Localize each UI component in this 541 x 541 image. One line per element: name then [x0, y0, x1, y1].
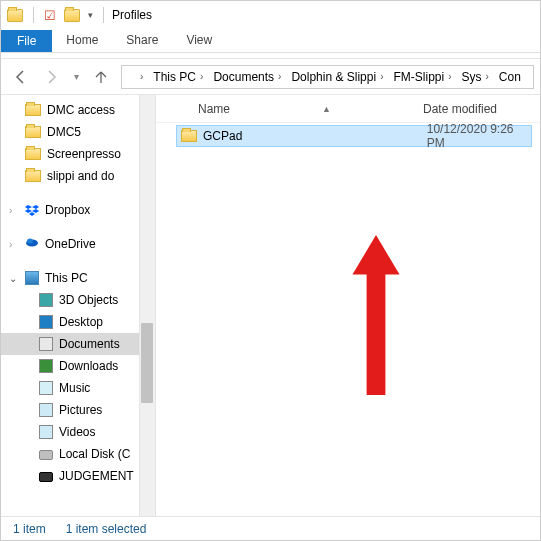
- sidebar-item-documents[interactable]: Documents: [1, 333, 155, 355]
- downloads-icon: [39, 359, 53, 373]
- expand-icon[interactable]: ›: [9, 239, 12, 250]
- up-button[interactable]: [87, 64, 115, 90]
- disk-icon: [39, 472, 53, 482]
- navigation-row: ▾ › This PC› Documents› Dolphin & Slippi…: [1, 59, 540, 95]
- sidebar-item[interactable]: Desktop: [1, 311, 155, 333]
- sidebar-label: Desktop: [59, 315, 103, 329]
- cloud-icon: [25, 237, 39, 251]
- back-button[interactable]: [7, 64, 35, 90]
- svg-marker-4: [29, 212, 35, 216]
- breadcrumb-item[interactable]: This PC›: [147, 66, 207, 88]
- sidebar-item[interactable]: slippi and do: [1, 165, 155, 187]
- ribbon-tabs: File Home Share View: [1, 29, 540, 53]
- videos-icon: [39, 425, 53, 439]
- sidebar-item[interactable]: DMC access: [1, 99, 155, 121]
- chevron-right-icon[interactable]: ›: [130, 66, 147, 88]
- sidebar-item[interactable]: Videos: [1, 421, 155, 443]
- sidebar-label: Downloads: [59, 359, 118, 373]
- sidebar-label: Local Disk (C: [59, 447, 130, 461]
- sidebar-label: Videos: [59, 425, 95, 439]
- sidebar-label: DMC5: [47, 125, 81, 139]
- folder-icon: [25, 126, 41, 138]
- sidebar-label: Music: [59, 381, 90, 395]
- sidebar-item[interactable]: Music: [1, 377, 155, 399]
- sidebar-item[interactable]: Downloads: [1, 355, 155, 377]
- scrollbar-thumb[interactable]: [141, 323, 153, 403]
- svg-marker-7: [352, 235, 399, 395]
- separator: [33, 7, 34, 23]
- dropbox-icon: [25, 203, 39, 217]
- disk-icon: [39, 450, 53, 460]
- address-bar[interactable]: › This PC› Documents› Dolphin & Slippi› …: [121, 65, 534, 89]
- pictures-icon: [39, 403, 53, 417]
- music-icon: [39, 381, 53, 395]
- status-count: 1 item: [13, 522, 46, 536]
- file-row[interactable]: GCPad 10/12/2020 9:26 PM: [176, 125, 532, 147]
- svg-marker-0: [25, 205, 32, 209]
- sidebar-label: Pictures: [59, 403, 102, 417]
- tab-view[interactable]: View: [172, 29, 226, 52]
- navigation-pane: DMC access DMC5 Screenpresso slippi and …: [1, 95, 156, 516]
- sidebar-label: 3D Objects: [59, 293, 118, 307]
- file-list-pane: Name▲ Date modified GCPad 10/12/2020 9:2…: [156, 95, 540, 516]
- sidebar-item-onedrive[interactable]: › OneDrive: [1, 233, 155, 255]
- folder-icon: [25, 148, 41, 160]
- desktop-icon: [39, 315, 53, 329]
- sidebar-label: This PC: [45, 271, 88, 285]
- sidebar-label: OneDrive: [45, 237, 96, 251]
- sidebar-label: JUDGEMENT: [59, 469, 134, 483]
- sidebar-label: Dropbox: [45, 203, 90, 217]
- 3dobjects-icon: [39, 293, 53, 307]
- breadcrumb-item[interactable]: Dolphin & Slippi›: [285, 66, 387, 88]
- column-date[interactable]: Date modified: [423, 102, 497, 116]
- quick-access-toolbar: ☑ ▾: [7, 7, 106, 23]
- sidebar-label: Documents: [59, 337, 120, 351]
- collapse-icon[interactable]: ⌄: [9, 273, 17, 284]
- sidebar-label: DMC access: [47, 103, 115, 117]
- folder-icon: [181, 130, 197, 142]
- folder-icon[interactable]: [7, 9, 23, 22]
- annotation-arrow: [346, 235, 406, 395]
- folder-icon: [25, 170, 41, 182]
- sidebar-item-dropbox[interactable]: › Dropbox: [1, 199, 155, 221]
- breadcrumb-item[interactable]: FM-Slippi›: [387, 66, 455, 88]
- svg-marker-2: [25, 209, 32, 213]
- folder-icon: [25, 104, 41, 116]
- breadcrumb-item[interactable]: Documents›: [207, 66, 285, 88]
- tab-home[interactable]: Home: [52, 29, 112, 52]
- expand-icon[interactable]: ›: [9, 205, 12, 216]
- sidebar-item[interactable]: 3D Objects: [1, 289, 155, 311]
- sidebar-item[interactable]: Local Disk (C: [1, 443, 155, 465]
- svg-point-6: [27, 239, 33, 244]
- documents-icon: [39, 337, 53, 351]
- tab-share[interactable]: Share: [112, 29, 172, 52]
- file-name: GCPad: [203, 129, 427, 143]
- sidebar-item[interactable]: Pictures: [1, 399, 155, 421]
- recent-dropdown-icon[interactable]: ▾: [67, 64, 85, 90]
- breadcrumb-item[interactable]: Con: [493, 66, 525, 88]
- status-bar: 1 item 1 item selected: [1, 516, 540, 540]
- scrollbar[interactable]: [139, 95, 155, 516]
- sidebar-label: Screenpresso: [47, 147, 121, 161]
- sort-asc-icon: ▲: [322, 104, 331, 114]
- sidebar-item[interactable]: JUDGEMENT: [1, 465, 155, 487]
- file-date: 10/12/2020 9:26 PM: [427, 122, 531, 150]
- column-headers: Name▲ Date modified: [156, 95, 540, 123]
- sidebar-item[interactable]: DMC5: [1, 121, 155, 143]
- sidebar-label: slippi and do: [47, 169, 114, 183]
- body: DMC access DMC5 Screenpresso slippi and …: [1, 95, 540, 516]
- sidebar-item[interactable]: Screenpresso: [1, 143, 155, 165]
- tab-file[interactable]: File: [1, 30, 52, 52]
- forward-button: [37, 64, 65, 90]
- window-title: Profiles: [112, 8, 152, 22]
- sidebar-item-thispc[interactable]: ⌄ This PC: [1, 267, 155, 289]
- column-name[interactable]: Name▲: [198, 102, 423, 116]
- properties-icon[interactable]: ☑: [44, 8, 56, 23]
- breadcrumb-item[interactable]: Sys›: [456, 66, 493, 88]
- new-folder-icon[interactable]: [64, 9, 80, 22]
- svg-marker-3: [32, 209, 39, 213]
- separator: [103, 7, 104, 23]
- title-bar: ☑ ▾ Profiles: [1, 1, 540, 29]
- qat-dropdown-icon[interactable]: ▾: [88, 10, 93, 20]
- status-selected: 1 item selected: [66, 522, 147, 536]
